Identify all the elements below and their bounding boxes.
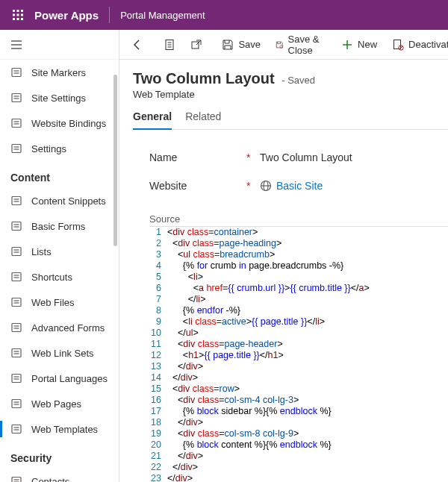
- svg-rect-24: [12, 197, 21, 205]
- svg-rect-0: [13, 10, 15, 12]
- deactivate-button[interactable]: Deactivate: [386, 33, 448, 57]
- svg-rect-39: [12, 324, 21, 332]
- content-area: Save Save & Close New Deactivate D Two C…: [119, 30, 448, 482]
- sidebar-item-lists[interactable]: Lists: [0, 239, 119, 264]
- app-header: Power Apps Portal Management: [0, 0, 448, 30]
- save-label: Save: [238, 39, 261, 50]
- code-line: 16 <div class=col-sm-4 col-lg-3>: [149, 395, 448, 406]
- website-lookup-value[interactable]: Basic Site: [260, 180, 323, 192]
- sidebar-item-web-link-sets[interactable]: Web Link Sets: [0, 340, 119, 366]
- sidebar-item-advanced-forms[interactable]: Advanced Forms: [0, 315, 119, 340]
- page-save-status: - Saved: [281, 75, 315, 86]
- sidebar-item-label: Content Snippets: [31, 195, 106, 207]
- svg-rect-18: [12, 119, 21, 128]
- sidebar-item-label: Shortcuts: [31, 272, 72, 283]
- nav-collapse-button[interactable]: [0, 30, 119, 60]
- svg-rect-15: [12, 94, 21, 102]
- sidebar-item-website-bindings[interactable]: Website Bindings: [0, 110, 119, 136]
- bind-icon: [10, 117, 22, 129]
- code-line: 13 </div>: [149, 361, 448, 372]
- code-line: 5 <li>: [149, 272, 448, 283]
- sidebar-item-label: Basic Forms: [31, 221, 85, 232]
- code-line: 20 {% block content %}{% endblock %}: [149, 439, 448, 451]
- sidebar-item-site-settings[interactable]: Site Settings: [0, 85, 119, 110]
- tab-related[interactable]: Related: [185, 110, 221, 129]
- code-line: 21 </div>: [149, 451, 448, 462]
- sidebar-item-label: Portal Languages: [31, 373, 108, 384]
- sidebar-item-label: Web Link Sets: [31, 348, 94, 359]
- save-close-button[interactable]: Save & Close: [270, 33, 332, 57]
- nav-group-security: Security: [0, 442, 119, 469]
- sidebar-item-label: Contacts: [31, 476, 69, 483]
- name-field-value[interactable]: Two Column Layout: [260, 151, 352, 163]
- general-form: Name * Two Column Layout Website * Basic…: [133, 130, 448, 200]
- svg-rect-1: [17, 10, 19, 12]
- sidebar-item-site-markers[interactable]: Site Markers: [0, 60, 119, 85]
- svg-rect-42: [12, 349, 21, 357]
- doc-button[interactable]: [158, 33, 181, 57]
- source-code-editor[interactable]: 1<div class=container>2 <div class=page-…: [149, 226, 448, 482]
- list-icon: [10, 245, 22, 257]
- popout-button[interactable]: [184, 33, 208, 57]
- required-marker: *: [246, 180, 252, 192]
- back-button[interactable]: [125, 33, 149, 57]
- deactivate-label: Deactivate: [408, 39, 448, 50]
- sidebar-item-web-pages[interactable]: Web Pages: [0, 391, 119, 416]
- svg-rect-12: [12, 69, 21, 77]
- website-field-label: Website: [149, 180, 246, 192]
- code-line: 7 </li>: [149, 294, 448, 305]
- sidebar-item-label: Lists: [31, 246, 52, 257]
- nav-group-content: Content: [0, 161, 119, 188]
- svg-rect-33: [12, 273, 21, 281]
- code-line: 18 </div>: [149, 417, 448, 428]
- svg-rect-2: [21, 10, 23, 12]
- file-icon: [10, 296, 22, 308]
- code-line: 23</div>: [149, 473, 448, 482]
- sidebar-item-label: Site Settings: [31, 93, 86, 104]
- header-divider: [109, 7, 110, 23]
- code-line: 19 <div class=col-sm-8 col-lg-9>: [149, 428, 448, 439]
- sidebar-item-label: Web Templates: [31, 424, 98, 435]
- page-icon: [10, 398, 22, 410]
- sidebar-item-settings[interactable]: Settings: [0, 136, 119, 161]
- sidebar-item-shortcuts[interactable]: Shortcuts: [0, 264, 119, 289]
- new-label: New: [358, 39, 377, 50]
- save-close-label: Save & Close: [288, 34, 327, 56]
- brand-name[interactable]: Power Apps: [34, 9, 99, 22]
- sidebar-item-content-snippets[interactable]: Content Snippets: [0, 188, 119, 213]
- form-icon: [10, 220, 22, 232]
- code-line: 15 <div class=row>: [149, 384, 448, 395]
- form-icon: [10, 322, 22, 334]
- svg-rect-8: [21, 18, 23, 20]
- save-button[interactable]: Save: [216, 33, 267, 57]
- sidebar-item-label: Site Markers: [31, 67, 86, 78]
- new-button[interactable]: New: [335, 33, 383, 57]
- svg-rect-51: [12, 425, 21, 434]
- sidebar-item-portal-languages[interactable]: Portal Languages: [0, 366, 119, 391]
- globe-icon: [10, 66, 22, 78]
- svg-rect-48: [12, 400, 21, 408]
- code-line: 4 {% for crumb in page.breadcrumbs -%}: [149, 260, 448, 272]
- code-line: 14 </div>: [149, 372, 448, 384]
- code-line: 12 <h1>{{ page.title }}</h1>: [149, 350, 448, 361]
- svg-rect-7: [17, 18, 19, 20]
- app-name[interactable]: Portal Management: [120, 10, 205, 21]
- app-launcher-icon[interactable]: [6, 3, 30, 27]
- sidebar-item-contacts[interactable]: Contacts: [0, 469, 119, 482]
- code-line: 1<div class=container>: [149, 227, 448, 238]
- sidebar-item-web-files[interactable]: Web Files: [0, 289, 119, 315]
- template-icon: [10, 423, 22, 435]
- required-marker: *: [246, 151, 252, 163]
- sidebar-item-basic-forms[interactable]: Basic Forms: [0, 213, 119, 239]
- code-line: 8 {% endfor -%}: [149, 305, 448, 316]
- settings-list-icon: [10, 92, 22, 104]
- entity-type: Web Template: [133, 89, 448, 100]
- code-line: 3 <ul class=breadcrumb>: [149, 249, 448, 260]
- sidebar-item-web-templates[interactable]: Web Templates: [0, 416, 119, 442]
- code-line: 6 <a href={{ crumb.url }}>{{ crumb.title…: [149, 283, 448, 294]
- nav-scrollbar-thumb[interactable]: [113, 75, 117, 246]
- link-icon: [10, 271, 22, 283]
- tab-general[interactable]: General: [133, 110, 172, 130]
- svg-rect-5: [21, 14, 23, 16]
- lang-icon: [10, 372, 22, 384]
